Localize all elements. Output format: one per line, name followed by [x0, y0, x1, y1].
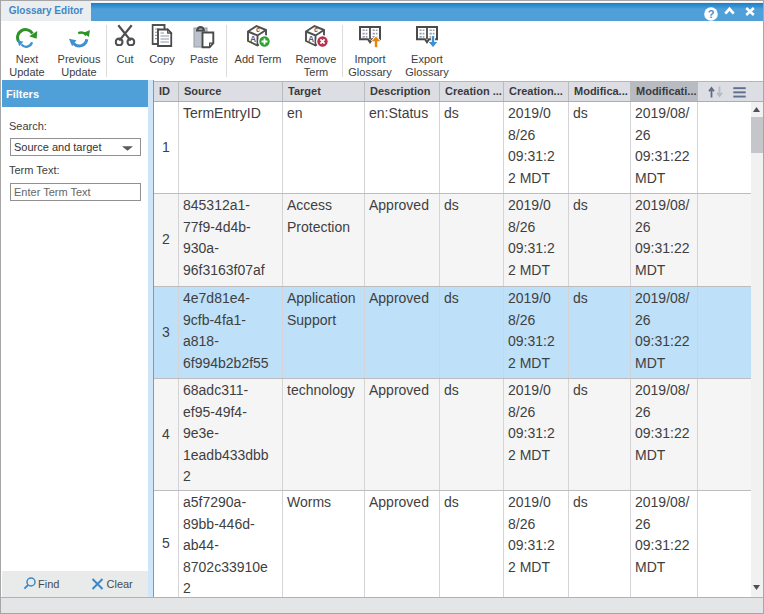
svg-text:c: c	[256, 26, 260, 33]
svg-text:?: ?	[708, 8, 715, 20]
svg-text:A: A	[308, 34, 314, 44]
svg-text:c: c	[314, 26, 318, 33]
svg-text:A: A	[250, 34, 256, 44]
